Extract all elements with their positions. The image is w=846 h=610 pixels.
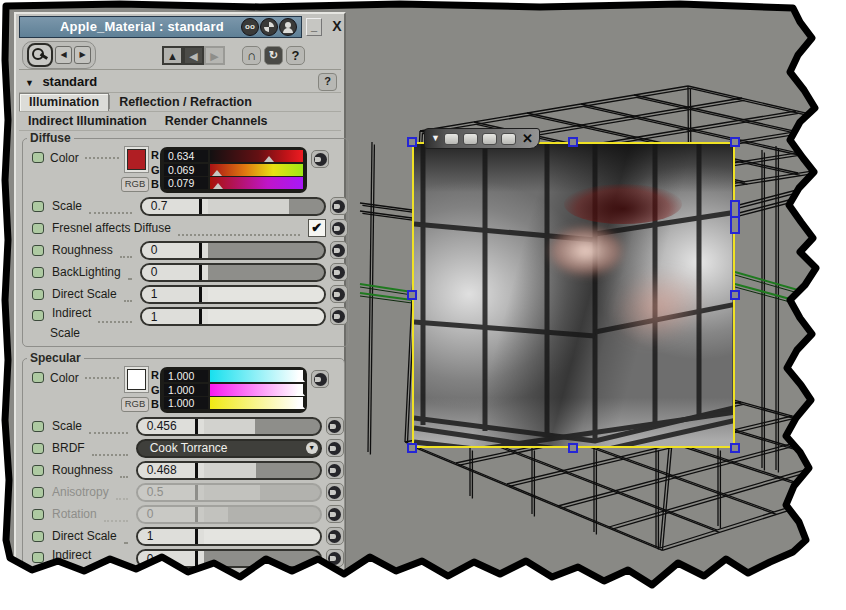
prev-button[interactable]: ◀ xyxy=(55,46,72,64)
port-dot[interactable] xyxy=(32,372,44,383)
specular-r-slider[interactable] xyxy=(210,370,303,382)
diffuse-r-slider[interactable] xyxy=(210,150,303,162)
port-dot[interactable] xyxy=(32,443,44,454)
specular-scale-slider[interactable]: 0.456 xyxy=(136,417,322,436)
plug-icon[interactable] xyxy=(326,439,344,457)
tab-reflection-refraction[interactable]: Reflection / Refraction xyxy=(110,94,261,111)
backlighting-slider[interactable]: 0 xyxy=(140,263,326,282)
plug-icon[interactable] xyxy=(330,219,348,237)
specular-color-sliders: 1.000 1.000 1.000 xyxy=(160,367,307,413)
port-dot[interactable] xyxy=(32,152,44,163)
diffuse-g-slider[interactable] xyxy=(210,164,303,176)
region-handle-right-extra[interactable] xyxy=(730,200,740,234)
port-dot[interactable] xyxy=(32,487,44,498)
region-handle-top-mid[interactable] xyxy=(568,137,578,147)
brdf-dropdown[interactable]: Cook Torrance ▼ xyxy=(136,439,322,458)
next-button[interactable]: ▶ xyxy=(74,46,91,64)
diffuse-roughness-slider[interactable]: 0 xyxy=(140,241,326,260)
region-handle-bottom-right[interactable] xyxy=(730,443,740,453)
diffuse-b-value[interactable]: 0.079 xyxy=(164,177,208,189)
region-handle-mid-left[interactable] xyxy=(407,290,417,300)
indirect-scale-label-2: Scale xyxy=(50,326,80,340)
port-dot[interactable] xyxy=(32,223,44,234)
port-dot[interactable] xyxy=(32,421,44,432)
diffuse-scale-slider[interactable]: 0.7 xyxy=(140,197,326,216)
recycle-button[interactable]: ↻ xyxy=(264,46,283,65)
specular-g-slider[interactable] xyxy=(210,384,303,396)
tab-render-channels[interactable]: Render Channels xyxy=(156,113,277,130)
render-sphere-icon[interactable] xyxy=(260,18,278,36)
user-icon[interactable] xyxy=(279,18,297,36)
specular-g-value[interactable]: 1.000 xyxy=(164,384,208,396)
plug-icon[interactable] xyxy=(330,285,348,303)
region-handle-bottom-left[interactable] xyxy=(407,443,417,453)
diffuse-scale-row: Scale 0.7 xyxy=(23,195,348,217)
specular-b-slider[interactable] xyxy=(210,397,303,409)
region-toolbar-button-3[interactable] xyxy=(482,133,497,145)
region-handle-top-right[interactable] xyxy=(730,137,740,147)
render-region-toolbar[interactable]: ▼ ✕ xyxy=(424,128,540,149)
rgb-mode-button[interactable]: RGB xyxy=(121,177,149,192)
rgb-mode-button[interactable]: RGB xyxy=(121,397,149,412)
plug-icon[interactable] xyxy=(330,263,348,281)
recorder-icon[interactable]: oo xyxy=(241,18,259,36)
region-toolbar-button-1[interactable] xyxy=(444,133,459,145)
lock-key-button[interactable] xyxy=(27,43,53,67)
diffuse-g-value[interactable]: 0.069 xyxy=(164,164,208,176)
region-close-icon[interactable]: ✕ xyxy=(522,132,533,145)
close-button[interactable]: X xyxy=(328,17,346,36)
port-dot[interactable] xyxy=(32,289,44,300)
plug-icon[interactable] xyxy=(330,197,348,215)
specular-b-value[interactable]: 1.000 xyxy=(164,397,208,409)
port-dot[interactable] xyxy=(32,531,44,542)
minimize-button[interactable]: _ xyxy=(306,18,322,36)
history-forward-button[interactable]: ▶ xyxy=(204,46,225,65)
plug-icon[interactable] xyxy=(326,417,344,435)
diffuse-color-plug-icon[interactable] xyxy=(311,150,329,168)
specular-direct-scale-slider[interactable]: 1 xyxy=(136,527,322,546)
specular-color-swatch[interactable] xyxy=(127,369,146,390)
plug-icon[interactable] xyxy=(330,307,348,325)
region-toolbar-button-4[interactable] xyxy=(501,133,516,145)
diffuse-color-swatch[interactable] xyxy=(127,149,146,170)
port-dot[interactable] xyxy=(32,465,44,476)
region-handle-bottom-mid[interactable] xyxy=(568,443,578,453)
plug-icon[interactable] xyxy=(326,549,344,567)
history-back-button[interactable]: ◀ xyxy=(183,46,204,65)
region-handle-mid-right[interactable] xyxy=(730,290,740,300)
window-titlebar[interactable]: Apple_Material : standard oo xyxy=(19,16,302,38)
specular-color-plug-icon[interactable] xyxy=(311,370,329,388)
magnet-button[interactable]: ∩ xyxy=(242,46,261,65)
collapse-icon[interactable]: ▼ xyxy=(25,78,34,88)
tab-illumination[interactable]: Illumination xyxy=(19,93,109,111)
help-button[interactable]: ? xyxy=(286,46,305,65)
fresnel-checkbox[interactable]: ✔ xyxy=(308,219,326,237)
specular-indirect-scale-slider[interactable]: 0 xyxy=(136,549,322,568)
port-dot[interactable] xyxy=(32,245,44,256)
port-dot[interactable] xyxy=(32,552,44,563)
tab-indirect-illumination[interactable]: Indirect Illumination xyxy=(19,113,156,130)
diffuse-direct-scale-slider[interactable]: 1 xyxy=(140,285,326,304)
chevron-down-icon[interactable]: ▼ xyxy=(306,442,318,454)
diffuse-r-value[interactable]: 0.634 xyxy=(164,150,208,162)
port-dot[interactable] xyxy=(32,201,44,212)
plug-icon[interactable] xyxy=(326,483,344,501)
region-handle-top-left[interactable] xyxy=(407,137,417,147)
plug-icon[interactable] xyxy=(326,461,344,479)
diffuse-indirect-scale-slider[interactable]: 1 xyxy=(140,307,326,326)
port-dot[interactable] xyxy=(32,310,44,321)
section-help-button[interactable]: ? xyxy=(318,73,337,91)
render-region[interactable]: ▼ ✕ xyxy=(412,142,735,448)
section-header[interactable]: ▼ standard ? xyxy=(19,72,341,93)
specular-roughness-slider[interactable]: 0.468 xyxy=(136,461,322,480)
plug-icon[interactable] xyxy=(326,527,344,545)
region-menu-icon[interactable]: ▼ xyxy=(431,134,440,143)
port-dot[interactable] xyxy=(32,509,44,520)
region-toolbar-button-2[interactable] xyxy=(463,133,478,145)
plug-icon[interactable] xyxy=(330,241,348,259)
plug-icon[interactable] xyxy=(326,505,344,523)
port-dot[interactable] xyxy=(32,267,44,278)
specular-r-value[interactable]: 1.000 xyxy=(164,370,208,382)
up-hierarchy-button[interactable]: ▲ xyxy=(162,46,183,65)
diffuse-b-slider[interactable] xyxy=(210,177,303,189)
